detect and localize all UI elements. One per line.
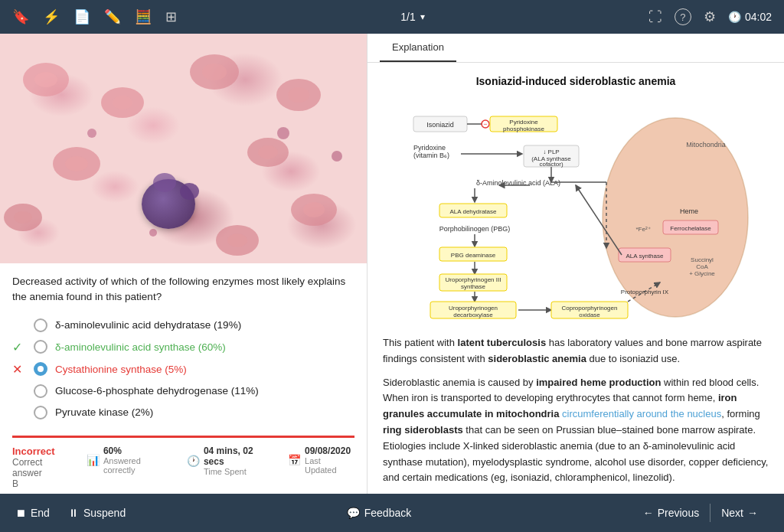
chevron-down-icon: ▾ — [420, 11, 425, 22]
option-a-radio[interactable] — [34, 318, 47, 332]
previous-button[interactable]: ← Previous — [632, 501, 710, 525]
bookmark-icon[interactable]: 🔖 — [12, 8, 29, 25]
page-indicator: 1/1 — [400, 11, 415, 23]
svg-text:PBG deaminase: PBG deaminase — [451, 252, 496, 259]
calendar-icon: 📅 — [288, 454, 301, 466]
incorrect-label: Incorrect — [12, 446, 74, 457]
question-image — [0, 34, 367, 263]
diagram-title: Isoniazid-induced sideroblastic anemia — [383, 75, 769, 87]
bar-chart-icon: 📊 — [87, 454, 100, 466]
explanation-tab-bar: Explanation — [368, 34, 784, 63]
grid-icon[interactable]: ⊞ — [165, 8, 177, 25]
diagram-container: Isoniazid-induced sideroblastic anemia M… — [383, 75, 769, 325]
last-updated-value: 09/08/2020 — [305, 446, 354, 456]
help-icon[interactable]: ? — [675, 8, 691, 25]
svg-text:decarboxylase: decarboxylase — [453, 312, 493, 318]
option-d-radio[interactable] — [34, 384, 47, 398]
feedback-label: Feedback — [364, 507, 411, 519]
option-d[interactable]: Glucose-6-phosphate dehydrogenase (11%) — [12, 380, 354, 402]
option-e-label: Pyruvate kinase (2%) — [55, 406, 153, 418]
svg-text:cofactor): cofactor) — [539, 161, 563, 168]
last-updated-label: Last Updated — [305, 456, 354, 475]
stat-answered-correctly: 📊 60% Answered correctly — [87, 446, 175, 475]
svg-text:↓ PLP: ↓ PLP — [543, 149, 559, 155]
svg-point-19 — [277, 127, 289, 139]
lightning-icon[interactable]: ⚡ — [43, 8, 60, 25]
feedback-area: 💬 Feedback — [347, 507, 411, 519]
option-b[interactable]: ✓ δ-aminolevulinic acid synthase (60%) — [12, 336, 354, 358]
svg-point-17 — [227, 233, 247, 247]
feedback-button[interactable]: 💬 Feedback — [347, 507, 411, 519]
right-panel: Explanation Isoniazid-induced sideroblas… — [368, 34, 784, 494]
explanation-paragraph-2: Sideroblastic anemia is caused by impair… — [383, 375, 769, 487]
svg-text:Coproporphyrinogen: Coproporphyrinogen — [562, 305, 618, 312]
question-text: Decreased activity of which of the follo… — [0, 263, 367, 312]
option-a[interactable]: δ-aminolevulinic acid dehydratase (19%) — [12, 315, 354, 336]
time-spent-value: 04 mins, 02 secs — [204, 446, 276, 467]
option-e-radio[interactable] — [34, 406, 47, 419]
svg-point-13 — [14, 211, 32, 224]
svg-text:Succinyl: Succinyl — [691, 256, 714, 263]
svg-text:Ferrochelatase: Ferrochelatase — [670, 225, 711, 232]
option-b-label: δ-aminolevulinic acid synthase (60%) — [55, 341, 226, 353]
clock-icon: 🕐 — [728, 11, 741, 23]
left-panel: Decreased activity of which of the follo… — [0, 34, 368, 494]
svg-text:ALA synthase: ALA synthase — [626, 253, 664, 259]
next-arrow-icon: → — [747, 507, 758, 519]
suspend-icon: ⏸ — [68, 507, 79, 519]
svg-text:Mitochondria: Mitochondria — [686, 141, 726, 149]
suspend-label: Suspend — [83, 507, 126, 519]
circumferential-link[interactable]: circumferentially around the nucleus — [562, 408, 721, 419]
pencil-icon[interactable]: ✏️ — [104, 8, 121, 25]
option-c-radio[interactable] — [34, 362, 47, 376]
svg-text:oxidase: oxidase — [579, 312, 600, 318]
toolbar-left-icons: 🔖 ⚡ 📄 ✏️ 🧮 ⊞ — [12, 8, 177, 25]
answer-options: δ-aminolevulinic acid dehydratase (19%) … — [0, 312, 367, 429]
option-c[interactable]: ✕ Cystathionine synthase (5%) — [12, 358, 354, 380]
next-button[interactable]: Next → — [710, 501, 769, 525]
option-d-label: Glucose-6-phosphate dehydrogenase (11%) — [55, 385, 259, 397]
svg-text:Pyridoxine: Pyridoxine — [413, 144, 446, 152]
svg-text:synthase: synthase — [461, 283, 486, 290]
svg-point-9 — [65, 156, 88, 171]
svg-point-7 — [288, 87, 309, 103]
svg-text:Uroporphyrinogen: Uroporphyrinogen — [449, 305, 498, 312]
bottom-left-buttons: ⏹ End ⏸ Suspend — [15, 507, 126, 519]
svg-point-3 — [113, 96, 132, 109]
option-e[interactable]: Pyruvate kinase (2%) — [12, 402, 354, 423]
blood-cells-svg — [0, 34, 367, 263]
svg-text:*Fe²⁺: *Fe²⁺ — [635, 226, 650, 233]
calculator-icon[interactable]: 🧮 — [135, 8, 152, 25]
svg-text:Heme: Heme — [680, 207, 698, 215]
option-b-radio[interactable] — [34, 340, 47, 354]
answered-correctly-value: 60% — [103, 446, 175, 456]
settings-icon[interactable]: ⚙ — [704, 8, 716, 25]
bold-ring-sideroblasts: ring sideroblasts — [383, 424, 463, 436]
document-icon[interactable]: 📄 — [74, 8, 90, 25]
svg-text:(vitamin B₆): (vitamin B₆) — [413, 152, 449, 159]
svg-point-20 — [149, 229, 157, 237]
svg-text:+ Glycine: + Glycine — [689, 270, 715, 277]
option-a-label: δ-aminolevulinic acid dehydratase (19%) — [55, 319, 241, 331]
bold-latent-tb: latent tuberculosis — [458, 337, 547, 348]
end-button[interactable]: ⏹ End — [15, 507, 50, 519]
toolbar-right-icons: ⛶ ? ⚙ 🕐 04:02 — [648, 8, 772, 25]
svg-text:Protoporphyrin IX: Protoporphyrin IX — [621, 289, 669, 295]
svg-text:Isoniazid: Isoniazid — [426, 121, 454, 129]
previous-arrow-icon: ← — [643, 507, 654, 519]
page-indicator-area[interactable]: 1/1 ▾ — [400, 11, 424, 23]
fullscreen-icon[interactable]: ⛶ — [648, 9, 662, 25]
svg-text:Pyridoxine: Pyridoxine — [509, 119, 538, 126]
end-label: End — [31, 507, 50, 519]
top-toolbar: 🔖 ⚡ 📄 ✏️ 🧮 ⊞ 1/1 ▾ ⛶ ? ⚙ 🕐 04:02 — [0, 0, 784, 34]
end-icon: ⏹ — [15, 507, 26, 519]
navigation-buttons: ← Previous Next → — [632, 501, 769, 525]
tab-explanation[interactable]: Explanation — [380, 34, 456, 62]
svg-point-15 — [303, 202, 325, 217]
svg-point-5 — [202, 64, 227, 80]
stat-time-spent: 🕐 04 mins, 02 secs Time Spent — [187, 446, 276, 476]
suspend-button[interactable]: ⏸ Suspend — [68, 507, 126, 519]
wrong-x-icon: ✕ — [12, 362, 26, 377]
time-icon: 🕐 — [187, 455, 200, 467]
feedback-icon: 💬 — [347, 507, 360, 519]
